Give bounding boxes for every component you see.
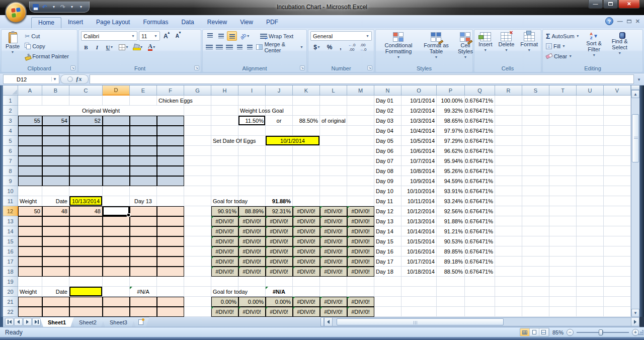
cell-B11[interactable]: Date: [42, 196, 69, 206]
cell-G11[interactable]: [184, 196, 211, 206]
cell-I2[interactable]: Weight Loss Goal: [238, 106, 266, 116]
cell-R17[interactable]: [495, 257, 522, 267]
help-button[interactable]: ?: [605, 17, 613, 25]
cell-H21[interactable]: 0.00%: [211, 297, 238, 307]
cell-J6[interactable]: [266, 146, 293, 156]
cell-V8[interactable]: [604, 166, 631, 176]
cell-K10[interactable]: [293, 186, 320, 196]
cell-P20[interactable]: [437, 287, 465, 297]
cell-T15[interactable]: [549, 236, 577, 246]
cell-P14[interactable]: 91.21%: [437, 226, 465, 236]
cell-C9[interactable]: [69, 176, 103, 186]
cell-D12[interactable]: [103, 206, 130, 216]
cell-E5[interactable]: [130, 136, 157, 146]
cell-R15[interactable]: [495, 236, 522, 246]
cell-F20[interactable]: [157, 287, 184, 297]
wrap-text-button[interactable]: Wrap Text: [259, 31, 294, 41]
cell-O7[interactable]: 10/7/2014: [401, 156, 437, 166]
cell-G18[interactable]: [184, 267, 211, 277]
cell-N1[interactable]: Day 01: [374, 96, 401, 106]
cell-U5[interactable]: [577, 136, 604, 146]
name-box[interactable]: D12▼: [3, 74, 59, 84]
cell-J9[interactable]: [266, 176, 293, 186]
normal-view-button[interactable]: [520, 328, 530, 336]
cell-D6[interactable]: [103, 146, 130, 156]
cell-A3[interactable]: 55: [18, 116, 42, 126]
cell-Q7[interactable]: 0.676471%: [465, 156, 495, 166]
cell-V16[interactable]: [604, 246, 631, 257]
cell-F4[interactable]: [157, 126, 184, 136]
vertical-scroll-track[interactable]: [631, 98, 639, 309]
cell-N3[interactable]: Day 03: [374, 116, 401, 126]
cell-U12[interactable]: [577, 206, 604, 216]
cell-D14[interactable]: [103, 226, 130, 236]
cell-V4[interactable]: [604, 126, 631, 136]
cell-F10[interactable]: [157, 186, 184, 196]
cell-S15[interactable]: [522, 236, 549, 246]
cell-O21[interactable]: [401, 297, 437, 307]
expand-formula-bar-button[interactable]: ▾: [635, 77, 643, 82]
workbook-minimize-button[interactable]: —: [617, 17, 623, 25]
cell-C4[interactable]: [69, 126, 103, 136]
cell-S4[interactable]: [522, 126, 549, 136]
cell-B20[interactable]: Date: [42, 287, 69, 297]
workbook-close-button[interactable]: ✕: [635, 17, 640, 25]
cell-D15[interactable]: [103, 236, 130, 246]
cell-B19[interactable]: [42, 277, 69, 287]
zoom-level[interactable]: 85%: [552, 329, 564, 335]
cell-F5[interactable]: [157, 136, 184, 146]
cell-N18[interactable]: Day 18: [374, 267, 401, 277]
save-button[interactable]: [32, 3, 40, 11]
cell-J3[interactable]: or: [266, 116, 293, 126]
cell-R1[interactable]: [495, 96, 522, 106]
cell-O16[interactable]: 10/16/2014: [401, 246, 437, 257]
cell-O5[interactable]: 10/5/2014: [401, 136, 437, 146]
cell-T20[interactable]: [549, 287, 577, 297]
cell-A2[interactable]: Original Weight: [18, 106, 184, 116]
cell-T18[interactable]: [549, 267, 577, 277]
cell-V2[interactable]: [604, 106, 631, 116]
cell-S18[interactable]: [522, 267, 549, 277]
zoom-slider-thumb[interactable]: [599, 329, 603, 335]
find-select-button[interactable]: Find & Select▼: [608, 31, 632, 64]
cell-D3[interactable]: [103, 116, 130, 126]
cell-M7[interactable]: [347, 156, 374, 166]
cell-C7[interactable]: [69, 156, 103, 166]
cell-D17[interactable]: [103, 257, 130, 267]
cell-B16[interactable]: [42, 246, 69, 257]
cell-Q9[interactable]: 0.676471%: [465, 176, 495, 186]
cell-P17[interactable]: 89.18%: [437, 257, 465, 267]
cell-H19[interactable]: [211, 277, 238, 287]
row-header-18[interactable]: 18: [3, 267, 18, 277]
cell-V11[interactable]: [604, 196, 631, 206]
col-header-N[interactable]: N: [374, 86, 401, 96]
cell-J18[interactable]: #DIV/0!: [266, 267, 293, 277]
page-break-view-button[interactable]: [539, 328, 549, 336]
cell-R14[interactable]: [495, 226, 522, 236]
cell-Q6[interactable]: 0.676471%: [465, 146, 495, 156]
cell-M19[interactable]: [347, 277, 374, 287]
cell-S1[interactable]: [522, 96, 549, 106]
undo-dropdown[interactable]: ▾: [50, 3, 58, 11]
cell-D22[interactable]: [103, 307, 130, 317]
cell-V7[interactable]: [604, 156, 631, 166]
cell-A11[interactable]: Weight: [18, 196, 42, 206]
col-header-Q[interactable]: Q: [465, 86, 495, 96]
cell-M18[interactable]: #DIV/0!: [347, 267, 374, 277]
cell-M1[interactable]: [347, 96, 374, 106]
cell-Q17[interactable]: 0.676471%: [465, 257, 495, 267]
cell-K1[interactable]: [293, 96, 320, 106]
cell-U18[interactable]: [577, 267, 604, 277]
cell-L12[interactable]: #DIV/0!: [320, 206, 347, 216]
cell-H12[interactable]: 90.91%: [211, 206, 238, 216]
tab-view[interactable]: View: [233, 17, 260, 28]
cell-P13[interactable]: 91.88%: [437, 216, 465, 226]
cell-K19[interactable]: [293, 277, 320, 287]
cell-M10[interactable]: [347, 186, 374, 196]
cell-K17[interactable]: #DIV/0!: [293, 257, 320, 267]
format-as-table-button[interactable]: Format as Table▼: [421, 31, 451, 64]
row-header-15[interactable]: 15: [3, 236, 18, 246]
cell-E14[interactable]: [130, 226, 157, 236]
row-header-9[interactable]: 9: [3, 176, 18, 186]
cell-J17[interactable]: #DIV/0!: [266, 257, 293, 267]
